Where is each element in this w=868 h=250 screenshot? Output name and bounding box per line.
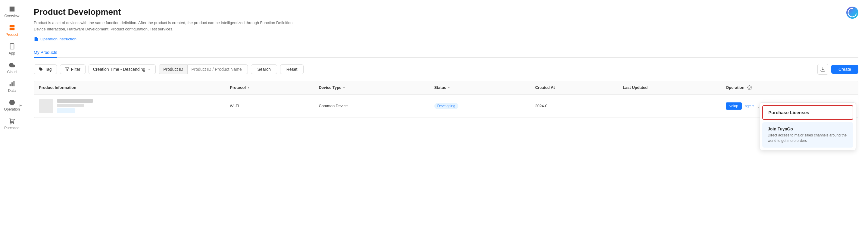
tabs: My Products [34,48,858,58]
tab-my-products[interactable]: My Products [34,48,57,58]
protocol-filter-icon: ▼ [247,86,250,89]
document-icon [34,37,38,41]
sidebar-item-app[interactable]: App [0,40,24,58]
sidebar-item-cloud-label: Cloud [7,70,17,74]
svg-rect-4 [10,44,14,49]
cell-created-at: 2024-0 [530,94,618,118]
operation-instruction-label: Operation instruction [40,37,76,41]
product-tag [57,108,75,113]
app-icon [8,43,16,50]
status-filter-icon: ▼ [447,86,450,89]
svg-rect-3 [12,28,14,30]
search-input[interactable] [188,64,248,74]
sidebar-item-operation-label: Operation [4,107,20,112]
join-tuya-item[interactable]: Join TuyaGo Direct access to major sales… [762,122,853,148]
sidebar-item-overview[interactable]: Overview [0,2,24,21]
toolbar-right: Create [817,64,858,75]
operation-instruction-link[interactable]: Operation instruction [34,37,858,41]
download-button[interactable] [817,64,828,75]
product-name-blurred [57,99,93,103]
reset-button[interactable]: Reset [280,64,304,74]
cell-protocol: Wi-Fi [225,94,314,118]
manage-button[interactable]: age [745,104,755,108]
sidebar-item-product[interactable]: Product [0,21,24,40]
cell-device-type: Common Device [314,94,429,118]
join-tuya-title: Join TuyaGo [768,126,848,131]
purchase-icon [8,118,16,125]
expand-arrow-icon: ▶ [20,104,22,107]
settings-icon[interactable] [747,85,753,91]
search-button[interactable]: Search [251,64,277,74]
cell-last-updated [618,94,721,118]
svg-rect-8 [13,81,14,87]
col-device-type[interactable]: Device Type ▼ [314,81,429,95]
cell-product-information [34,94,225,118]
sidebar-item-overview-label: Overview [4,14,19,18]
col-status[interactable]: Status ▼ [430,81,530,95]
tag-icon [39,67,43,71]
app-logo [846,6,859,19]
svg-marker-11 [65,67,69,71]
purchase-licenses-item[interactable]: Purchase Licenses [762,105,853,120]
cloud-icon [8,61,16,69]
download-icon [820,67,826,72]
search-bar: Product ID [159,64,248,74]
col-last-updated: Last Updated [618,81,721,95]
operation-icon [8,99,16,106]
sidebar-item-app-label: App [9,51,15,55]
svg-rect-1 [12,25,14,27]
tag-button[interactable]: Tag [34,64,57,74]
sort-dropdown[interactable]: Creation Time - Descending [89,64,156,74]
product-thumbnail [39,99,53,113]
cell-status: Developing [430,94,530,118]
col-protocol[interactable]: Protocol ▼ [225,81,314,95]
product-icon [8,24,16,31]
operation-popup: Purchase Licenses Join TuyaGo Direct acc… [760,102,856,150]
sidebar-item-cloud[interactable]: Cloud [0,58,24,77]
join-tuya-description: Direct access to major sales channels ar… [768,132,848,144]
create-button[interactable]: Create [831,65,858,74]
col-operation: Operation [721,81,858,94]
toolbar: Tag Filter Creation Time - Descending Pr… [34,64,858,75]
product-id-label: Product ID [159,64,188,74]
sidebar-item-data[interactable]: Data [0,77,24,96]
sidebar-item-operation[interactable]: Operation ▶ [0,96,24,115]
col-product-information: Product Information [34,81,225,95]
svg-rect-0 [9,25,11,27]
data-icon [8,80,16,87]
table-row: Wi-Fi Common Device Developing 2024-0 [34,94,858,118]
chevron-down-small-icon [751,104,755,108]
svg-rect-7 [11,82,13,86]
status-badge: Developing [434,103,458,109]
page-description: Product is a set of devices with the sam… [34,20,305,33]
chevron-down-icon [147,67,151,71]
svg-rect-2 [9,28,11,30]
main-content: Product Development Product is a set of … [24,0,868,250]
sidebar-item-purchase[interactable]: Purchase [0,115,24,133]
page-title: Product Development [34,7,858,17]
develop-button[interactable]: velop [726,102,742,110]
svg-rect-6 [9,84,10,86]
sidebar-item-data-label: Data [8,89,16,93]
svg-point-5 [12,48,12,49]
col-created-at: Created At [530,81,618,95]
sidebar-item-product-label: Product [6,33,18,37]
svg-point-13 [749,87,750,88]
filter-icon [65,67,69,71]
sidebar: Overview Product App Cloud Data Operatio… [0,0,24,250]
overview-icon [8,5,16,13]
table-header-row: Product Information Protocol ▼ Device Ty… [34,81,858,95]
product-id-blurred [57,104,84,107]
filter-button[interactable]: Filter [60,64,86,74]
products-table: Product Information Protocol ▼ Device Ty… [34,81,858,118]
device-type-filter-icon: ▼ [342,86,345,89]
sidebar-item-purchase-label: Purchase [4,126,20,130]
